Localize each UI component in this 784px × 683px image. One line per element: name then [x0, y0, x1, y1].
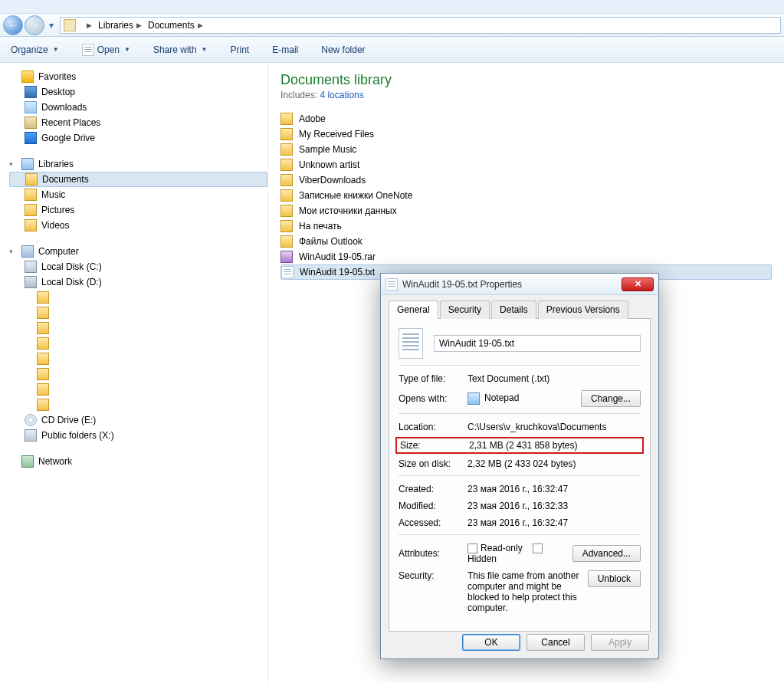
notepad-icon: [467, 392, 480, 405]
properties-dialog: WinAudit 19-05.txt Properties ✕ General …: [380, 273, 659, 659]
ok-button[interactable]: OK: [462, 634, 520, 651]
tab-general[interactable]: General: [389, 300, 438, 319]
libraries-icon: [21, 158, 34, 170]
nav-desktop[interactable]: Desktop: [9, 84, 267, 100]
rar-icon: [280, 251, 293, 263]
nav-downloads[interactable]: Downloads: [9, 100, 267, 115]
document-icon: [82, 44, 94, 56]
nav-cd-drive[interactable]: CD Drive (E:): [9, 412, 267, 428]
list-item[interactable]: Sample Music: [280, 142, 772, 157]
nav-videos[interactable]: Videos: [9, 218, 267, 233]
nav-d-subfolder[interactable]: [9, 397, 267, 412]
size-highlight: Size:2,31 MB (2 431 858 bytes): [395, 437, 644, 454]
txt-icon: [385, 278, 398, 291]
breadcrumb-libraries[interactable]: Libraries▶: [95, 18, 145, 33]
type-of-file-label: Type of file:: [399, 373, 467, 384]
new-folder-button[interactable]: New folder: [317, 41, 369, 58]
network-header[interactable]: Network: [9, 454, 267, 469]
email-button[interactable]: E-mail: [267, 41, 303, 58]
library-locations-link[interactable]: 4 locations: [320, 90, 363, 100]
list-item[interactable]: WinAudit 19-05.rar: [280, 249, 772, 264]
folder-icon: [280, 113, 293, 125]
size-on-disk-label: Size on disk:: [399, 458, 467, 469]
opens-with-label: Opens with:: [399, 393, 467, 404]
nav-d-subfolder[interactable]: [9, 305, 267, 320]
nav-recent-places[interactable]: Recent Places: [9, 115, 267, 130]
nav-google-drive[interactable]: Google Drive: [9, 130, 267, 146]
folder-icon: [25, 219, 37, 231]
dialog-tabs: General Security Details Previous Versio…: [389, 300, 651, 319]
computer-icon: [21, 245, 34, 258]
opens-with-value: Notepad: [467, 392, 581, 405]
advanced-button[interactable]: Advanced...: [572, 545, 641, 562]
downloads-icon: [25, 101, 37, 113]
folder-icon: [37, 337, 49, 350]
favorites-header[interactable]: Favorites: [9, 69, 267, 84]
list-item[interactable]: ViberDownloads: [280, 172, 772, 188]
folder-icon: [280, 189, 293, 202]
nav-documents[interactable]: Documents: [9, 172, 267, 187]
nav-pictures[interactable]: Pictures: [9, 202, 267, 218]
network-drive-icon: [25, 429, 37, 442]
folder-icon: [280, 220, 293, 232]
modified-label: Modified:: [399, 501, 467, 511]
nav-d-subfolder[interactable]: [9, 336, 267, 351]
list-item[interactable]: Записные книжки OneNote: [280, 188, 772, 203]
tab-security[interactable]: Security: [440, 300, 490, 319]
filename-input[interactable]: [434, 335, 641, 352]
close-button[interactable]: ✕: [622, 277, 654, 291]
cd-icon: [25, 414, 37, 426]
apply-button[interactable]: Apply: [591, 634, 649, 651]
tab-panel-general: Type of file:Text Document (.txt) Opens …: [389, 319, 651, 632]
print-button[interactable]: Print: [226, 41, 254, 58]
organize-button[interactable]: Organize▼: [6, 41, 64, 58]
folder-icon: [280, 174, 293, 186]
open-button[interactable]: Open▼: [77, 41, 135, 59]
libraries-header[interactable]: ▾Libraries: [9, 156, 267, 172]
nav-d-subfolder[interactable]: [9, 366, 267, 382]
folder-icon: [280, 205, 293, 217]
list-item[interactable]: My Received Files: [280, 126, 772, 142]
file-list: Adobe My Received Files Sample Music Unk…: [280, 111, 772, 280]
readonly-checkbox[interactable]: Read-only: [467, 543, 523, 553]
star-icon: [21, 71, 34, 83]
nav-d-subfolder[interactable]: [9, 290, 267, 305]
modified-value: 23 мая 2016 г., 16:32:33: [467, 501, 641, 511]
breadcrumb-root[interactable]: ▶: [80, 18, 95, 33]
unblock-button[interactable]: Unblock: [588, 570, 641, 587]
nav-public-folders[interactable]: Public folders (X:): [9, 428, 267, 443]
folder-icon: [25, 204, 37, 216]
list-item[interactable]: На печать: [280, 218, 772, 234]
nav-music[interactable]: Music: [9, 187, 267, 202]
nav-local-disk-d[interactable]: Local Disk (D:): [9, 274, 267, 290]
nav-d-subfolder[interactable]: [9, 351, 267, 366]
nav-forward-button[interactable]: →: [25, 15, 44, 35]
list-item[interactable]: Unknown artist: [280, 157, 772, 172]
change-button[interactable]: Change...: [581, 390, 641, 407]
size-label: Size:: [400, 440, 469, 451]
computer-header[interactable]: ▾Computer: [9, 244, 267, 259]
address-bar[interactable]: ▶ Libraries▶ Documents▶: [60, 17, 781, 34]
location-label: Location:: [399, 422, 467, 432]
dialog-titlebar[interactable]: WinAudit 19-05.txt Properties ✕: [381, 274, 658, 295]
list-item[interactable]: Adobe: [280, 111, 772, 126]
folder-icon: [280, 159, 293, 171]
nav-d-subfolder[interactable]: [9, 320, 267, 336]
tab-details[interactable]: Details: [491, 300, 536, 319]
nav-local-disk-c[interactable]: Local Disk (C:): [9, 259, 267, 274]
share-with-button[interactable]: Share with▼: [149, 41, 212, 58]
folder-icon: [37, 307, 49, 319]
nav-back-button[interactable]: ←: [3, 15, 23, 35]
cancel-button[interactable]: Cancel: [526, 634, 585, 651]
folder-icon: [37, 368, 49, 380]
folder-icon: [37, 399, 49, 411]
tab-previous-versions[interactable]: Previous Versions: [538, 300, 628, 319]
nav-history-dropdown[interactable]: ▾: [46, 17, 57, 34]
breadcrumb-documents[interactable]: Documents▶: [145, 18, 206, 33]
gdrive-icon: [25, 132, 37, 144]
nav-d-subfolder[interactable]: [9, 382, 267, 397]
list-item[interactable]: Файлы Outlook: [280, 234, 772, 249]
library-subtitle: Includes: 4 locations: [280, 90, 772, 100]
library-title: Documents library: [280, 72, 772, 88]
list-item[interactable]: Мои источники данных: [280, 203, 772, 218]
